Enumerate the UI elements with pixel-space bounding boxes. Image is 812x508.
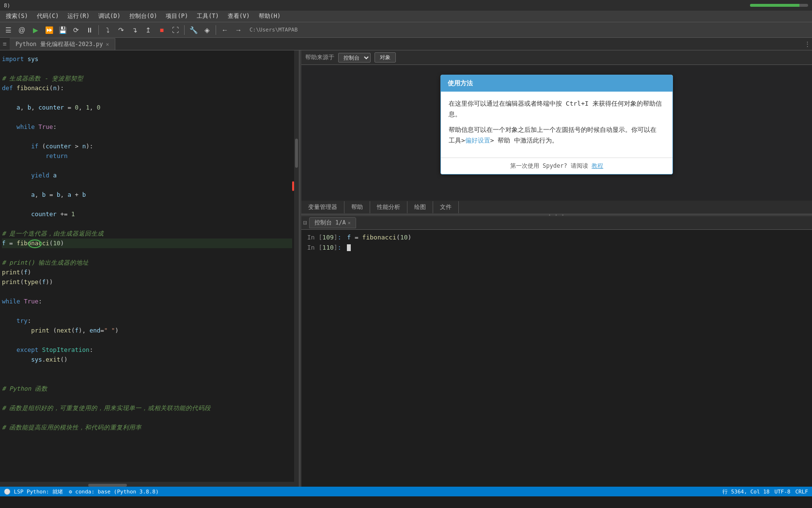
menu-project[interactable]: 项目(P) <box>162 11 192 21</box>
editor-panel: import sys # 生成器函数 - 斐波那契型 def fibonacci… <box>0 50 299 487</box>
tab-menu-btn[interactable]: ≡ <box>0 37 10 50</box>
toolbar-path: C:\Users\MTAPAB <box>246 27 810 33</box>
title-text: 8) <box>4 2 10 9</box>
main-container: import sys # 生成器函数 - 斐波那契型 def fibonacci… <box>0 50 812 487</box>
help-line1: 在这里你可以通过在编辑器或者终端中按 Ctrl+I 来获得任何对象的帮助信息。 <box>449 98 665 120</box>
toolbar-email-btn[interactable]: @ <box>16 24 28 36</box>
toolbar-run-btn[interactable]: ▶ <box>29 24 42 36</box>
help-line2-post: > 帮助 中激活此行为。 <box>490 137 558 144</box>
code-sysexit: sys.exit() <box>2 355 292 365</box>
code-printnext: print (next(f), end=" ") <box>2 326 292 335</box>
toolbar-step-over-btn[interactable]: ↷ <box>115 24 127 36</box>
console-tab-bar: ⊡ 控制台 1/A ✕ <box>301 216 812 230</box>
toolbar-pause-btn[interactable]: ⏸ <box>83 24 96 36</box>
help-line2: 帮助信息可以在一个对象之后加上一个左圆括号的时候自动显示。你可以在 工具>偏好设… <box>449 125 665 146</box>
toolbar: ☰ @ ▶ ⏩ 💾 ⟳ ⏸ ⤵ ↷ ↴ ↥ ■ ⛶ 🔧 ◈ ← → C:\Use… <box>0 22 812 38</box>
code-try: try: <box>2 316 292 326</box>
code-blank9 <box>2 248 292 258</box>
progress-bar <box>750 4 808 7</box>
toolbar-fwd-btn[interactable]: → <box>232 24 245 36</box>
toolbar-step-btn[interactable]: ⤵ <box>101 24 114 36</box>
code-blank6 <box>2 180 292 190</box>
toolbar-list-btn[interactable]: ☰ <box>2 24 15 36</box>
code-blank3 <box>2 112 292 122</box>
help-box-body: 在这里你可以通过在编辑器或者终端中按 Ctrl+I 来获得任何对象的帮助信息。 … <box>441 92 672 158</box>
file-tab-bar: ≡ Python 量化编程基础-2023.py ✕ ⋮ <box>0 38 812 50</box>
editor-hscroll[interactable] <box>0 482 294 487</box>
status-encoding: UTF-8 <box>774 489 790 495</box>
code-return: return <box>2 151 292 161</box>
green-circle-svg <box>28 239 42 248</box>
toolbar-step-in-btn[interactable]: ↴ <box>128 24 141 36</box>
help-tutorial-link[interactable]: 教程 <box>592 162 603 169</box>
help-prefs-link[interactable]: 偏好设置 <box>465 137 490 144</box>
toolbar-expand-btn[interactable]: ⛶ <box>169 24 182 36</box>
help-source-select[interactable]: 控制台 <box>338 53 371 63</box>
console-in109-label: In [109]: <box>307 234 341 241</box>
help-object-btn[interactable]: 对象 <box>375 52 396 63</box>
console-tab-item[interactable]: 控制台 1/A ✕ <box>309 217 356 228</box>
code-blank5 <box>2 161 292 171</box>
menu-help[interactable]: 帮助(H) <box>255 11 285 21</box>
code-blank8 <box>2 219 292 229</box>
help-box-header: 使用方法 <box>441 75 672 92</box>
var-tab-help[interactable]: 帮助 <box>344 201 370 213</box>
menu-debug[interactable]: 调试(D) <box>94 11 125 21</box>
editor-scrollbar[interactable] <box>294 50 299 487</box>
cursor <box>347 244 351 251</box>
var-tab-perf[interactable]: 性能分析 <box>370 201 407 213</box>
code-cmt-gen: # 生成器函数 - 斐波那契型 <box>2 74 292 83</box>
help-box-footer: 第一次使用 Spyder? 请阅读 教程 <box>441 158 672 174</box>
toolbar-back-btn[interactable]: ← <box>219 24 231 36</box>
toolbar-sep1 <box>98 25 99 35</box>
console-in110-label: In [110]: <box>307 244 341 251</box>
menu-bar: 搜索(S) 代码(C) 运行(R) 调试(D) 控制台(O) 项目(P) 工具(… <box>0 11 812 22</box>
code-cmt-func: # Python 函数 <box>2 384 292 394</box>
menu-run[interactable]: 运行(R) <box>63 11 94 21</box>
code-assign: a, b = b, a + b <box>2 190 292 200</box>
help-tooltip-area: 使用方法 在这里你可以通过在编辑器或者终端中按 Ctrl+I 来获得任何对象的帮… <box>301 65 812 201</box>
code-cmt-print: # print() 输出生成器的地址 <box>2 258 292 268</box>
var-tab-plot[interactable]: 绘图 <box>407 201 433 213</box>
code-blank7 <box>2 200 292 209</box>
menu-code[interactable]: 代码(C) <box>33 11 63 21</box>
console-content[interactable]: In [109]: f = fibonacci(10) In [110]: <box>301 230 812 487</box>
code-blank10 <box>2 287 292 297</box>
menu-tools[interactable]: 工具(T) <box>193 11 223 21</box>
editor-content[interactable]: import sys # 生成器函数 - 斐波那契型 def fibonacci… <box>0 50 299 487</box>
editor-scrollbar-thumb[interactable] <box>295 139 298 168</box>
editor-hscroll-thumb[interactable] <box>88 484 127 487</box>
menu-view[interactable]: 查看(V) <box>224 11 254 21</box>
code-blank16 <box>2 413 292 423</box>
code-if: if (counter > n): <box>2 142 292 151</box>
code-while2: while True: <box>2 297 292 306</box>
toolbar-wrench-btn[interactable]: 🔧 <box>187 24 200 36</box>
code-printtype: print(type(f)) <box>2 277 292 287</box>
tab-inactive[interactable]: Python 量化编程基础-2023.py ✕ <box>10 38 115 50</box>
tab-inactive-close[interactable]: ✕ <box>106 41 109 48</box>
console-tab-icon: ⊡ <box>303 219 307 226</box>
var-tab-file[interactable]: 文件 <box>433 201 459 213</box>
code-except: except StopIteration: <box>2 345 292 355</box>
menu-console[interactable]: 控制台(O) <box>125 11 161 21</box>
code-import: import sys <box>2 54 292 64</box>
code-yield: yield a <box>2 171 292 180</box>
title-bar-right <box>750 4 808 7</box>
console-in109-code: f = fibonacci(10) <box>343 234 411 241</box>
code-cmt-iter: # 是一个迭代器，由生成器返回生成 <box>2 229 292 238</box>
toolbar-stop-btn[interactable]: ■ <box>156 24 168 36</box>
toolbar-save-btn[interactable]: 💾 <box>56 24 69 36</box>
toolbar-step-out-btn[interactable]: ↥ <box>142 24 155 36</box>
tab-split-btn[interactable]: ⋮ <box>802 37 812 50</box>
var-tab-manager[interactable]: 变量管理器 <box>301 201 344 213</box>
status-right: 行 5364, Col 18 UTF-8 CRLF <box>722 488 808 495</box>
toolbar-diamond-btn[interactable]: ◈ <box>201 24 213 36</box>
console-tab-close[interactable]: ✕ <box>348 220 351 225</box>
code-f-assign: f = fibonacci(10) <box>2 238 292 248</box>
status-left: ⚪ LSP Python: 就绪 ⚙ conda: base (Python 3… <box>4 488 159 495</box>
status-position: 行 5364, Col 18 <box>722 488 769 495</box>
toolbar-refresh-btn[interactable]: ⟳ <box>70 24 82 36</box>
code-blank4 <box>2 132 292 142</box>
menu-search[interactable]: 搜索(S) <box>2 11 32 21</box>
toolbar-run-all-btn[interactable]: ⏩ <box>43 24 55 36</box>
